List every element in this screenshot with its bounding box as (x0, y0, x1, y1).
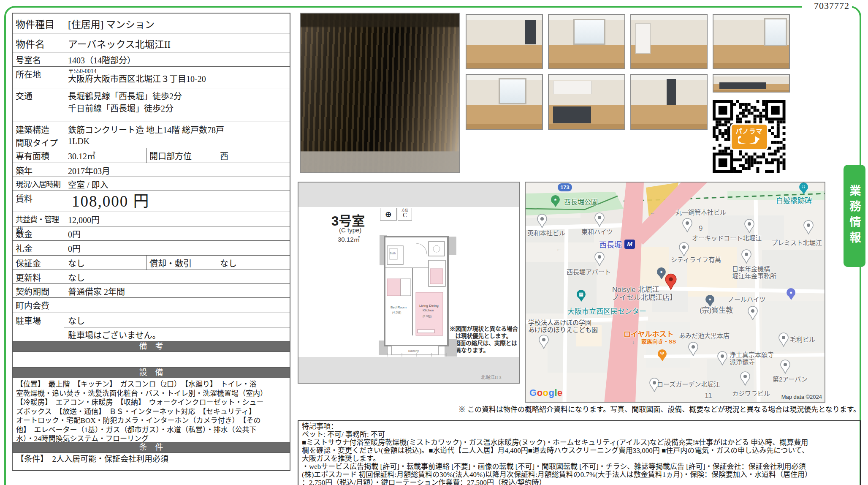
photo-kitchen-2 (713, 74, 790, 93)
row-label: 町内会費 (13, 298, 64, 313)
row-label: 交通 (13, 88, 64, 122)
row-cell: 30.12㎡ (64, 148, 146, 163)
royal-host-sub-label: 家族向き・SS (641, 339, 676, 345)
bedroom-size-label: (4.5帖) (392, 311, 401, 314)
table-row-10: 賃料108,000 円 (13, 191, 290, 212)
floorplan-drawing: Bath Bed Room (4.5帖) Living Dining Kitch… (379, 230, 461, 357)
block-9-label: 9 (699, 224, 703, 232)
ldk-label-1: Living Dining (419, 304, 439, 308)
eiwa-bldg-label: 英和本社ビル (527, 230, 565, 237)
row-value: [住居用] マンション (64, 14, 290, 33)
panorama-qr-code: パノラマ (713, 100, 786, 173)
table-row-11: 共益費・管理費12,000円 (13, 212, 290, 226)
restaurant-pin-icon: Ψ (658, 349, 667, 358)
direction-type-label: C (398, 212, 412, 219)
photo-kitchen-1 (548, 74, 625, 130)
row-label: 物件名 (13, 33, 64, 52)
maruichi-pin-icon (682, 218, 692, 234)
table-row-1: 物件名アーバネックス北堀江II (13, 33, 290, 52)
ldk-size-label: (8.0帖) (423, 314, 431, 318)
hoshokyo-pin-icon: ● (705, 295, 714, 304)
table-row-0: 物件種目[住居用] マンション (13, 14, 290, 33)
table-row-7: 専有面積30.12㎡開口部方位西 (13, 148, 290, 163)
citylife-label: シティライフ有萬 (671, 256, 721, 264)
direction-box: 方位 C (398, 208, 412, 221)
school-label: 学校法人あけぼの学園 あけぼのほりえこども園 (528, 319, 598, 334)
svg-text:←: ← (556, 246, 561, 252)
table-row-2: 号室名1403（14階部分） (13, 52, 290, 67)
royal-host-label: ロイヤルホスト (624, 330, 674, 338)
row-value: 2017年03月 (64, 163, 290, 177)
osaka-metro-icon: M (624, 240, 635, 249)
row-label: 建築構造 (13, 122, 64, 135)
panorama-rotate-arrow-icon (738, 135, 761, 144)
google-logo: Google (529, 387, 563, 398)
photo-building-entrance (300, 13, 460, 173)
notes-section-header: 備 考 (13, 341, 290, 352)
pension-pin-icon (741, 249, 751, 265)
row-label: 契約期間 (13, 284, 64, 297)
row-cell: 償却・敷引 (146, 256, 216, 270)
park-pin-icon: ♠ (551, 195, 560, 204)
orchid-pin-icon (744, 219, 754, 235)
parking-value: 駐車場はございません。 (64, 327, 290, 341)
floorplan-area: 30.12㎡ (338, 234, 360, 243)
row-value: 1403（14階部分） (64, 52, 290, 66)
photo-room-6 (630, 74, 708, 130)
civic-center-pin-icon: ▤ (577, 290, 586, 299)
row-label: 所在地 (13, 67, 64, 88)
mouri-bldg-label: 毛利ビル (790, 336, 815, 343)
compass-icon: ⊕ (380, 208, 397, 221)
row-value: 〒550-0014大阪府大阪市西区北堀江３丁目10-20 (64, 67, 290, 88)
row-value: 普通借家 2年間 (64, 284, 290, 297)
location-map: ← ← ↓ 173 M Google Map data ©2024 西長堀公園英… (525, 182, 825, 403)
parking-value: なし (64, 313, 290, 327)
row-value: 長堀鶴見線「西長堀」徒歩2分 千日前線「西長堀」徒歩2分 (64, 88, 290, 122)
rose-garden-label: ローズガーデン北堀江 (657, 381, 720, 388)
photo-room-3 (630, 14, 708, 69)
address: 大阪府大阪市西区北堀江３丁目10-20 (68, 74, 288, 84)
pension-office-label: 日本年金機構 堀江年金事務所 (732, 266, 776, 280)
row-value: 鉄筋コンクリート造 地上14階 総戸数78戸 (64, 122, 290, 135)
row-cell: なし (216, 256, 290, 270)
mouri-pin-icon (778, 332, 789, 349)
kajiwara-pin-icon (740, 371, 750, 387)
special-remarks-box: 特記事項： ペット: 不可/ 事務所: 不可 ■ミストサウナ付浴室暖房乾燥機(ミ… (298, 420, 861, 485)
zip-code: 〒550-0014 (68, 68, 288, 74)
monument-pin-icon: ∷ (799, 183, 808, 191)
panorama-badge-label: パノラマ (735, 126, 762, 135)
row-value: 0円 (64, 226, 290, 240)
temple-label: 浄土真宗本願寺 派浄徳寺 (730, 351, 774, 366)
row-value: なし (64, 270, 290, 283)
equipment-section-header: 設 備 (13, 368, 290, 378)
nord-heights-label: ノールハイツ (728, 296, 766, 303)
row-label: 賃料 (13, 191, 64, 212)
table-row-4: 交通長堀鶴見線「西長堀」徒歩2分 千日前線「西長堀」徒歩2分 (13, 88, 290, 122)
urban2-pin-icon (780, 360, 790, 376)
rent-value: 108,000 円 (64, 191, 290, 212)
table-row-3: 所在地〒550-0014大阪府大阪市西区北堀江３丁目10-20 (13, 67, 290, 88)
direction-small-label: 方位 (398, 208, 412, 212)
svg-text:↓: ↓ (632, 339, 635, 345)
map-disclaimer: ※ この資料は物件の概略紹介資料になります。写真、間取図面、設備、概要などが現況… (379, 403, 860, 414)
row-label: 敷金 (13, 226, 64, 240)
document-number: 7037772 (814, 0, 849, 11)
photo-room-5 (466, 74, 543, 130)
row-label: 駐車場 (13, 313, 64, 341)
row-value: アーバネックス北堀江II (64, 33, 290, 52)
svg-text:←: ← (650, 210, 655, 216)
table-row-15: 更新料なし (13, 270, 290, 284)
towa-heights-label: 東和ハイツ (581, 229, 613, 236)
table-row-18: 駐車場なし駐車場はございません。 (13, 313, 290, 341)
notes-section-text (13, 352, 290, 368)
table-row-12: 敷金0円 (13, 226, 290, 241)
bedroom-label: Bed Room (391, 305, 407, 309)
conditions-section-text: 【条件】 2人入居可能・保証会社利用必須 (13, 453, 290, 470)
photo-room-2 (548, 14, 625, 69)
premist-label: プレミスト北堀江 (771, 240, 822, 247)
station-label: 西長堀 (599, 241, 622, 249)
table-row-14: 保証金なし償却・敷引なし (13, 256, 290, 270)
amidaike-pin-icon (688, 342, 698, 358)
balcony-label: Balcony (408, 349, 419, 353)
row-cell: 西 (216, 148, 290, 163)
